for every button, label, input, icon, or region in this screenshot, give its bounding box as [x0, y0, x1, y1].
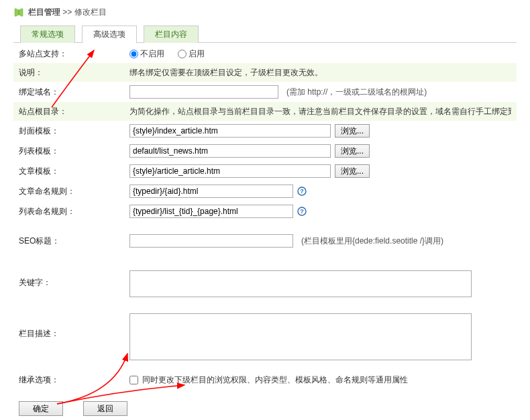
siteroot-label: 站点根目录： — [19, 106, 129, 117]
bind-domain-input[interactable] — [129, 85, 278, 99]
svg-text:?: ? — [300, 208, 304, 215]
siteroot-text: 为简化操作，站点根目录与当前栏目目录一致，请注意当前栏目文件保存目录的设置，域名… — [129, 106, 511, 117]
description-textarea[interactable] — [129, 313, 472, 360]
tpl-list-browse-button[interactable]: 浏览... — [335, 144, 370, 158]
note-label: 说明： — [19, 67, 129, 78]
crumb-sep: >> — [62, 7, 72, 17]
description-label: 栏目描述： — [19, 313, 129, 339]
tpl-list-label: 列表模板： — [19, 146, 129, 157]
ok-button[interactable]: 确定 — [19, 401, 63, 416]
tab-advanced[interactable]: 高级选项 — [82, 25, 137, 43]
bind-domain-hint: (需加 http://，一级或二级域名的根网址) — [286, 87, 427, 98]
multisite-label: 多站点支持： — [19, 48, 129, 60]
keywords-textarea[interactable] — [129, 270, 472, 297]
tpl-cover-browse-button[interactable]: 浏览... — [335, 124, 370, 138]
seo-title-input[interactable] — [129, 234, 293, 248]
bind-domain-label: 绑定域名： — [19, 87, 129, 98]
tpl-cover-input[interactable] — [129, 124, 331, 138]
rule-list-input[interactable] — [129, 205, 293, 218]
note-text: 绑名绑定仅需要在顶级栏目设定，子级栏目更改无效。 — [129, 67, 511, 78]
tpl-article-label: 文章模板： — [19, 166, 129, 177]
rule-article-label: 文章命名规则： — [19, 186, 129, 197]
multisite-enable[interactable]: 启用 — [178, 48, 205, 60]
book-icon — [13, 7, 24, 18]
tab-content[interactable]: 栏目内容 — [144, 25, 199, 43]
inherit-text: 同时更改下级栏目的浏览权限、内容类型、模板风格、命名规则等通用属性 — [142, 374, 408, 386]
tpl-article-input[interactable] — [129, 164, 331, 178]
crumb-category: 栏目管理 — [28, 7, 60, 17]
rule-list-label: 列表命名规则： — [19, 206, 129, 217]
help-icon[interactable]: ? — [297, 187, 307, 196]
multisite-disable[interactable]: 不启用 — [129, 48, 164, 60]
rule-article-input[interactable] — [129, 185, 293, 198]
seo-title-label: SEO标题： — [19, 235, 129, 247]
tpl-cover-label: 封面模板： — [19, 125, 129, 137]
help-icon[interactable]: ? — [297, 207, 307, 216]
crumb-page: 修改栏目 — [74, 7, 107, 17]
inherit-label: 继承选项： — [19, 374, 129, 386]
inherit-checkbox[interactable] — [129, 376, 138, 384]
back-button[interactable]: 返回 — [83, 401, 127, 416]
tpl-article-browse-button[interactable]: 浏览... — [335, 164, 370, 178]
keywords-label: 关键字： — [19, 270, 129, 288]
svg-text:?: ? — [300, 188, 304, 195]
seo-hint: (栏目模板里用{dede:field.seotitle /}调用) — [301, 235, 443, 247]
tpl-list-input[interactable] — [129, 144, 331, 158]
tab-general[interactable]: 常规选项 — [20, 25, 75, 43]
